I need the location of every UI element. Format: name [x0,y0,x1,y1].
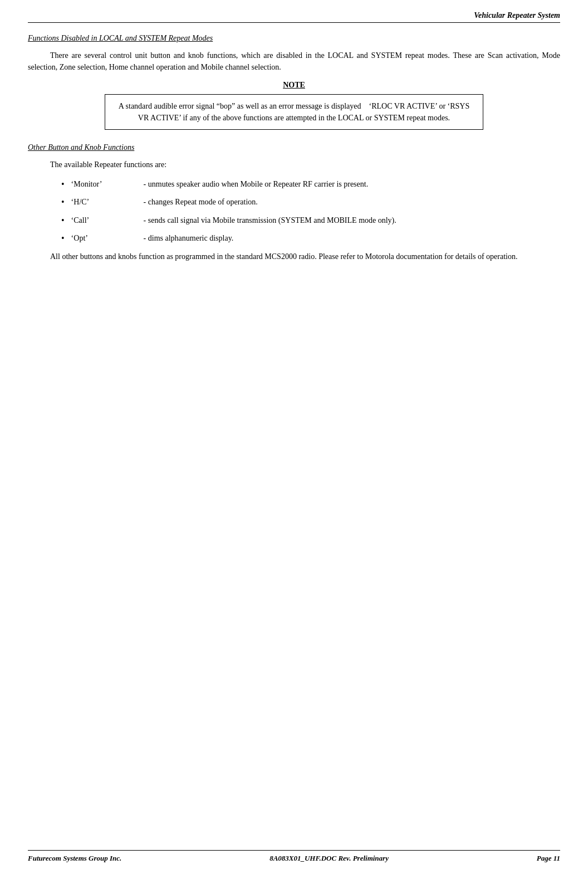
note-label: NOTE [28,81,560,90]
note-text: A standard audible error signal “bop” as… [119,102,470,122]
section1-heading: Functions Disabled in LOCAL and SYSTEM R… [28,34,560,50]
bullet-term-1: ‘Monitor’ [71,178,144,190]
list-item: • ‘Monitor’ - unmutes speaker audio when… [61,178,560,191]
list-item: • ‘Call’ - sends call signal via Mobile … [61,214,560,227]
bullet-dot-4: • [61,232,65,245]
section2-intro: The available Repeater functions are: [50,159,560,170]
footer-right: Page 11 [537,854,560,863]
bullet-term-3: ‘Call’ [71,214,144,226]
section2: Other Button and Knob Functions The avai… [28,143,560,262]
list-item: • ‘Opt’ - dims alphanumeric display. [61,232,560,245]
bullet-term-2: ‘H/C’ [71,196,144,208]
section1: Functions Disabled in LOCAL and SYSTEM R… [28,34,560,130]
footer-left: Futurecom Systems Group Inc. [28,854,121,863]
page-container: Vehicular Repeater System Functions Disa… [0,0,588,874]
bullet-desc-4: - dims alphanumeric display. [144,232,560,244]
section1-body: There are several control unit button an… [28,50,560,73]
bullet-list: • ‘Monitor’ - unmutes speaker audio when… [61,178,560,245]
bullet-term-4: ‘Opt’ [71,232,144,244]
section2-closing: All other buttons and knobs function as … [28,251,560,262]
bullet-desc-1: - unmutes speaker audio when Mobile or R… [144,178,560,190]
note-box: A standard audible error signal “bop” as… [105,94,483,130]
bullet-dot-3: • [61,214,65,227]
header-title: Vehicular Repeater System [474,11,560,20]
page-header: Vehicular Repeater System [28,11,560,23]
bullet-desc-3: - sends call signal via Mobile transmiss… [144,214,560,226]
footer-center: 8A083X01_UHF.DOC Rev. Preliminary [270,854,389,863]
page-footer: Futurecom Systems Group Inc. 8A083X01_UH… [28,850,560,863]
bullet-dot-2: • [61,196,65,208]
bullet-desc-2: - changes Repeat mode of operation. [144,196,560,208]
section2-heading: Other Button and Knob Functions [28,143,560,159]
list-item: • ‘H/C’ - changes Repeat mode of operati… [61,196,560,208]
bullet-dot-1: • [61,178,65,191]
